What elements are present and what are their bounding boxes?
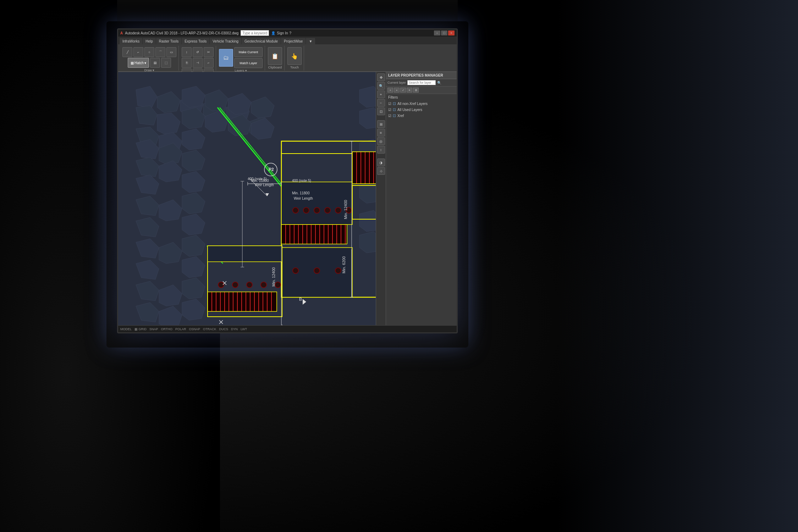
layer-item-all[interactable]: ☑ ⚀ All non-Xref Layers <box>386 101 457 107</box>
status-polar[interactable]: POLAR <box>175 327 186 331</box>
status-model[interactable]: MODEL <box>120 327 132 331</box>
hatch-bottom-left <box>208 292 277 311</box>
layer-icon-all: ⚀ <box>393 102 396 106</box>
monitor-frame: A Autodesk AutoCAD Civil 3D 2018 - LFD-A… <box>117 28 458 333</box>
zoom-extents-tool[interactable]: ⊡ <box>377 107 385 115</box>
mirror-btn[interactable]: ⊣ <box>193 58 203 68</box>
signin-label[interactable]: Sign In <box>277 31 288 35</box>
match-layer-btn[interactable]: Match Layer <box>234 58 263 68</box>
new-layer-btn[interactable]: + <box>387 88 393 93</box>
svg-point-132 <box>325 207 330 213</box>
menu-tabs: InfraWorks Help Raster Tools Express Too… <box>118 37 457 44</box>
hatch-label: Hatch <box>134 61 144 65</box>
signin-area: 👤 Sign In ? <box>271 31 291 35</box>
layer-properties-panel: LAYER PROPERTIES MANAGER Current layer 🔍… <box>386 72 457 332</box>
fillet-btn[interactable]: ⌐ <box>204 58 214 68</box>
circle-icon[interactable]: ○ <box>144 47 154 57</box>
svg-point-141 <box>261 282 266 288</box>
status-snap[interactable]: SNAP <box>149 327 158 331</box>
svg-rect-127 <box>281 182 352 225</box>
global-search-input[interactable] <box>241 30 269 36</box>
app-title: Autodesk AutoCAD Civil 3D 2018 - LFD-ARP… <box>125 31 238 35</box>
line-icon[interactable]: ╱ <box>122 47 132 57</box>
select-mode-btn[interactable]: 👆 <box>287 47 302 65</box>
maximize-button[interactable]: □ <box>441 31 447 35</box>
rotate-btn[interactable]: ↺ <box>193 47 203 57</box>
svg-point-140 <box>247 282 252 288</box>
layer-properties-btn[interactable]: 🗂 <box>219 49 233 67</box>
layer-search-input[interactable] <box>407 80 436 85</box>
svg-text:400 (note 5): 400 (note 5) <box>248 177 267 181</box>
gradient-icon[interactable]: ▤ <box>150 58 160 68</box>
layer-settings-btn[interactable]: ⚙ <box>413 88 419 93</box>
properties-tool[interactable]: ⊞ <box>377 120 385 128</box>
tab-express[interactable]: Express Tools <box>182 38 209 44</box>
tab-raster[interactable]: Raster Tools <box>156 38 181 44</box>
tab-geotechnical[interactable]: Geotechnical Module <box>242 38 281 44</box>
layer-icons-row1: 🗂 Make Current Match Layer <box>219 47 263 68</box>
layer-states-btn[interactable]: ≡ <box>407 88 412 93</box>
hatch-icon: ▦ <box>131 61 134 65</box>
zoom-tool[interactable]: 🔍 <box>377 82 385 90</box>
layer-search-icon[interactable]: 🔍 <box>437 81 441 85</box>
layer-item-xref[interactable]: ☑ ⚀ Xref <box>386 113 457 119</box>
svg-point-130 <box>303 207 309 213</box>
help-icon: ? <box>290 31 292 35</box>
pan-tool[interactable]: ✥ <box>377 73 385 81</box>
status-ortho[interactable]: ORTHO <box>161 327 172 331</box>
paste-btn[interactable]: 📋 <box>268 47 282 65</box>
status-lwt[interactable]: LWT <box>241 327 247 331</box>
minimize-button[interactable]: − <box>434 31 440 35</box>
tab-infraworks[interactable]: InfraWorks <box>120 38 142 44</box>
status-grid[interactable]: ▦ GRID <box>134 327 147 331</box>
zoom-in-tool[interactable]: + <box>377 90 385 98</box>
screen-content: A Autodesk AutoCAD Civil 3D 2018 - LFD-A… <box>118 29 457 332</box>
object-snap-tool[interactable]: ◎ <box>377 137 385 145</box>
layer-name-all: All non-Xref Layers <box>397 102 428 106</box>
status-ducs[interactable]: DUCS <box>219 327 228 331</box>
layer-item-used[interactable]: ☑ ⚀ All Used Layers <box>386 107 457 113</box>
svg-text:Min. 11800: Min. 11800 <box>292 191 310 195</box>
layer-name-used: All Used Layers <box>397 108 422 112</box>
delete-layer-btn[interactable]: × <box>394 88 400 93</box>
layer-checkbox-all: ☑ <box>388 102 391 106</box>
layer-panel-title: LAYER PROPERTIES MANAGER <box>386 72 457 79</box>
ribbon-section-clipboard: 📋 Clipboard <box>266 46 285 71</box>
status-osnap[interactable]: OSNAP <box>189 327 200 331</box>
move-btn[interactable]: ↕ <box>182 47 192 57</box>
draw-order-tool[interactable]: ↕ <box>377 146 385 154</box>
copy-btn[interactable]: ⎘ <box>182 58 192 68</box>
status-otrack[interactable]: OTRACK <box>203 327 216 331</box>
hatch-dropdown[interactable]: ▦ Hatch ▾ <box>128 58 149 68</box>
clipboard-section-label: Clipboard <box>268 66 282 69</box>
layer-checkbox-used: ☑ <box>388 108 391 112</box>
svg-point-135 <box>293 268 298 273</box>
zoom-out-tool[interactable]: − <box>377 99 385 107</box>
arc-icon[interactable]: ⌒ <box>155 47 165 57</box>
tab-more[interactable]: ▼ <box>306 38 315 44</box>
isolate-tool[interactable]: ◑ <box>377 159 385 166</box>
status-dyn[interactable]: DYN <box>231 327 238 331</box>
svg-point-137 <box>335 268 341 273</box>
layers-tool[interactable]: ≡ <box>377 129 385 137</box>
ucs-tool[interactable]: ⊹ <box>377 167 385 175</box>
trim-btn[interactable]: ✂ <box>204 47 214 57</box>
tab-projectwise[interactable]: ProjectWise <box>281 38 306 44</box>
make-current-btn[interactable]: Make Current <box>234 47 263 57</box>
polyline-icon[interactable]: ⌐ <box>133 47 143 57</box>
boundary-icon[interactable]: ⬚ <box>161 58 171 68</box>
touch-section-label: Touch <box>290 66 299 69</box>
window-controls: − □ × <box>434 31 455 35</box>
set-current-btn[interactable]: ✓ <box>400 88 406 93</box>
rect-icon[interactable]: ▭ <box>166 47 176 57</box>
filters-label: Filters <box>386 94 457 101</box>
title-bar: A Autodesk AutoCAD Civil 3D 2018 - LFD-A… <box>118 29 457 37</box>
close-button[interactable]: × <box>448 31 455 35</box>
status-bar: MODEL ▦ GRID SNAP ORTHO POLAR OSNAP OTRA… <box>118 325 457 332</box>
modify-icons-row2: ⎘ ⊣ ⌐ <box>182 58 214 68</box>
tab-help[interactable]: Help <box>143 38 156 44</box>
svg-point-139 <box>232 282 238 288</box>
tab-vehicle[interactable]: Vehicle Tracking <box>210 38 241 44</box>
ribbon-section-touch: 👆 Touch <box>285 46 304 71</box>
layer-checkbox-xref: ☑ <box>388 114 391 118</box>
